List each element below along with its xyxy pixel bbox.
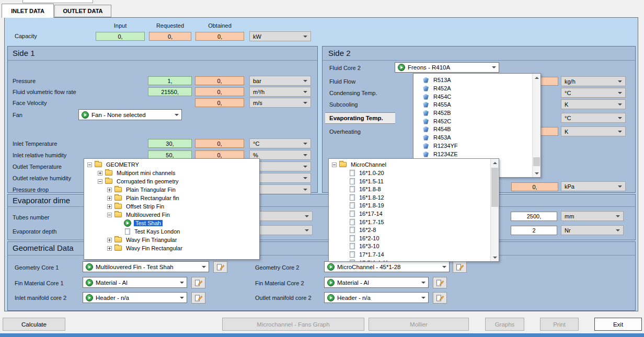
tree-item[interactable]: Test Kays London bbox=[84, 227, 259, 236]
fluid-list-item[interactable]: R452B bbox=[413, 109, 540, 117]
tree-item[interactable]: 16*2-8 bbox=[329, 226, 499, 234]
fluid-list-scrollbar[interactable] bbox=[532, 74, 540, 177]
collapse-icon[interactable] bbox=[98, 179, 102, 184]
expand-icon[interactable] bbox=[107, 204, 112, 209]
fluid-core2-select[interactable]: Freons - R410A bbox=[395, 62, 499, 73]
tree-item-selected[interactable]: Test Shah bbox=[84, 219, 259, 227]
flow-rate-input-field[interactable]: 21550, bbox=[148, 87, 192, 96]
side2-pressure-drop-field[interactable]: 0, bbox=[511, 182, 558, 191]
fluid-list-item[interactable]: R1234ZE bbox=[413, 150, 540, 158]
fin-material-core2-edit-button[interactable] bbox=[433, 277, 447, 288]
pressure-obtained-field[interactable]: 0, bbox=[195, 76, 244, 85]
inlet-temperature-obtained-field[interactable]: 0, bbox=[195, 139, 244, 148]
geometry-core1-edit-button[interactable] bbox=[213, 261, 227, 273]
tree-item[interactable]: Corrugated fin geometry bbox=[84, 177, 259, 185]
scroll-down-icon[interactable] bbox=[491, 253, 499, 261]
tubes-number-value-field[interactable]: 2500, bbox=[511, 212, 557, 221]
subcooling-unit-select[interactable]: K bbox=[561, 99, 626, 109]
scroll-up-icon[interactable] bbox=[491, 159, 499, 167]
tree-item[interactable]: 17*1.7-14 bbox=[329, 250, 499, 259]
tree-item[interactable]: Plain Rectangular fin bbox=[84, 194, 259, 202]
tubes-number-unit-select[interactable]: mm bbox=[561, 211, 624, 221]
fin-material-core1-select[interactable]: Material - Al bbox=[83, 277, 187, 288]
fluid-flow-unit-select[interactable]: kg/h bbox=[561, 76, 626, 86]
tree-item[interactable]: Multilouvered Fin bbox=[84, 211, 259, 219]
capacity-obtained-field[interactable]: 0, bbox=[196, 32, 244, 41]
evaporating-temp-unit-select[interactable]: °C bbox=[561, 113, 626, 123]
face-velocity-unit-select[interactable]: m/s bbox=[249, 98, 311, 108]
collapse-icon[interactable] bbox=[332, 162, 337, 167]
scroll-up-icon[interactable] bbox=[533, 74, 540, 82]
overheating-unit-select[interactable]: K bbox=[561, 126, 626, 136]
flow-rate-unit-select[interactable]: m³/h bbox=[249, 87, 311, 97]
tree-item[interactable]: 16*1.8-8 bbox=[329, 185, 499, 193]
fin-material-core1-edit-button[interactable] bbox=[191, 277, 205, 288]
geometry-core2-edit-button[interactable] bbox=[453, 261, 467, 273]
outlet-manifold-edit-button[interactable] bbox=[433, 292, 447, 304]
expand-icon[interactable] bbox=[107, 246, 112, 251]
fluid-list-item[interactable]: R454B bbox=[413, 125, 540, 133]
geometry-core1-select[interactable]: Multilouvered Fin - Test Shah bbox=[83, 261, 209, 272]
expand-icon[interactable] bbox=[98, 171, 102, 176]
fluid-list-item[interactable]: R453A bbox=[413, 133, 540, 142]
tree-item[interactable]: 16*1.7-15 bbox=[329, 218, 499, 226]
outlet-manifold-select[interactable]: Header - n/a bbox=[324, 292, 429, 303]
fluid-list-item[interactable]: R513A bbox=[413, 76, 540, 84]
tree-item[interactable]: 16*1.8-12 bbox=[329, 193, 499, 202]
tab-inlet-data[interactable]: INLET DATA bbox=[2, 4, 54, 18]
capacity-input-field[interactable]: 0, bbox=[96, 32, 145, 41]
tree-item[interactable]: Plain Triangular Fin bbox=[84, 185, 259, 194]
mollier-button[interactable]: Mollier bbox=[369, 318, 469, 331]
evaporating-temp-highlight[interactable]: Evaporating Temp. bbox=[325, 112, 395, 124]
fans-graph-button[interactable]: Microchannel - Fans Graph bbox=[222, 318, 364, 331]
evaporator-depth-unit-select[interactable]: Nr bbox=[561, 225, 624, 235]
fluid-list-item[interactable]: R454C bbox=[413, 92, 540, 101]
tree-item[interactable]: 16*1.8-19 bbox=[329, 201, 499, 210]
print-button[interactable]: Print bbox=[540, 318, 579, 331]
pressure-unit-select[interactable]: bar bbox=[249, 76, 311, 86]
scrollbar-thumb[interactable] bbox=[533, 157, 540, 166]
tree-item-microchannel[interactable]: MicroChannel bbox=[329, 160, 499, 169]
fan-select[interactable]: Fan - None selected bbox=[78, 109, 182, 120]
inlet-temperature-unit-select[interactable]: °C bbox=[249, 138, 311, 148]
collapse-icon[interactable] bbox=[107, 213, 112, 217]
fluid-list-item[interactable]: R1234YF bbox=[413, 142, 540, 150]
expand-icon[interactable] bbox=[107, 196, 112, 201]
tree-item[interactable]: 16*17-14 bbox=[329, 210, 499, 218]
capacity-requested-field[interactable]: 0, bbox=[149, 32, 191, 41]
tree-item-clipped[interactable]: 17.7*1.4-11 bbox=[329, 259, 499, 262]
tree-item[interactable]: 16*1.0-20 bbox=[329, 169, 499, 177]
tree-item[interactable]: Wavy Fin Triangular bbox=[84, 236, 259, 244]
fluid-list-item[interactable]: R452A bbox=[413, 84, 540, 92]
tree-item-geometry[interactable]: GEOMETRY bbox=[84, 160, 259, 169]
expand-icon[interactable] bbox=[107, 188, 112, 192]
flow-rate-obtained-field[interactable]: 0, bbox=[195, 87, 244, 96]
collapse-icon[interactable] bbox=[87, 162, 92, 167]
tree-item[interactable]: 16*1.5-11 bbox=[329, 177, 499, 185]
inlet-temperature-input-field[interactable]: 30, bbox=[148, 139, 192, 148]
tree-item[interactable]: 16*3-10 bbox=[329, 242, 499, 250]
capacity-unit-select[interactable]: kW bbox=[249, 31, 311, 41]
evaporator-depth-value-field[interactable]: 2 bbox=[511, 226, 557, 235]
scrollbar-thumb[interactable] bbox=[491, 168, 498, 207]
tree-item[interactable]: Multiport mini channels bbox=[84, 169, 259, 177]
expand-icon[interactable] bbox=[107, 238, 112, 242]
side2-pressure-drop-unit-select[interactable]: kPa bbox=[561, 181, 626, 191]
calculate-button[interactable]: Calculate bbox=[3, 318, 65, 331]
exit-button[interactable]: Exit bbox=[594, 318, 642, 331]
tree-item[interactable]: Wavy Fin Rectangular bbox=[84, 244, 259, 252]
fin-material-core2-select[interactable]: Material - Al bbox=[324, 277, 429, 288]
scroll-down-icon[interactable] bbox=[533, 169, 540, 177]
tree-item[interactable]: Offset Strip Fin bbox=[84, 202, 259, 211]
geometry-core2-select[interactable]: MicroChannel - 45*1-28 bbox=[324, 261, 450, 272]
tab-outlet-data[interactable]: OUTLET DATA bbox=[54, 5, 111, 17]
graphs-button[interactable]: Graphs bbox=[485, 318, 524, 331]
fluid-list-item[interactable]: R452C bbox=[413, 117, 540, 125]
microchannel-list-scrollbar[interactable] bbox=[490, 159, 499, 261]
face-velocity-obtained-field[interactable]: 0, bbox=[195, 98, 244, 107]
tree-item[interactable]: 16*2-10 bbox=[329, 234, 499, 242]
inlet-manifold-select[interactable]: Header - n/a bbox=[83, 292, 187, 303]
condensing-temp-unit-select[interactable]: °C bbox=[561, 88, 626, 98]
pressure-input-field[interactable]: 1, bbox=[148, 76, 192, 85]
fluid-list-item[interactable]: R455A bbox=[413, 100, 540, 109]
